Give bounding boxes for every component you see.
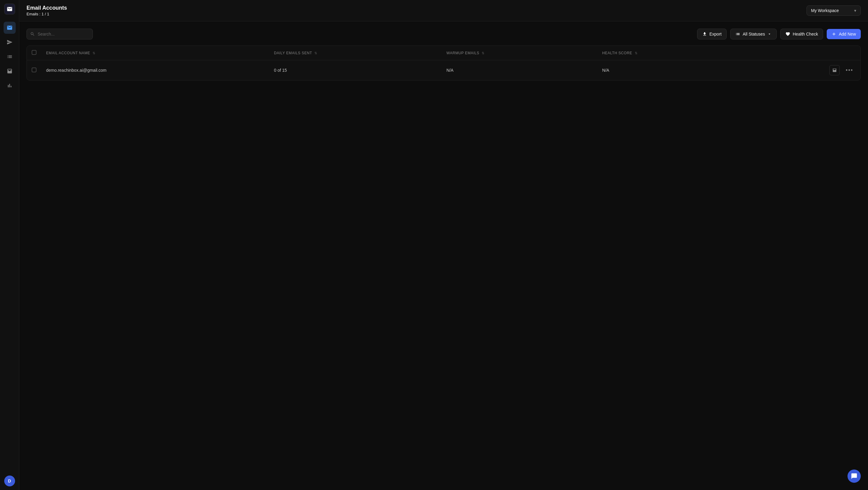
export-icon <box>702 32 707 36</box>
th-select-all <box>27 46 41 60</box>
inbox-action-button[interactable] <box>830 65 840 75</box>
td-warmup: N/A <box>441 60 597 81</box>
sidebar-item-email[interactable] <box>4 22 16 34</box>
subtitle-prefix: Emails : <box>27 12 41 16</box>
sidebar-navigation <box>4 22 16 476</box>
sort-icon-warmup[interactable]: ⇅ <box>482 51 485 55</box>
chat-icon <box>851 473 858 480</box>
sidebar-item-send[interactable] <box>4 36 16 48</box>
td-email-name: demo.reachinbox.ai@gmail.com <box>41 60 269 81</box>
table-body: demo.reachinbox.ai@gmail.com 0 of 15 N/A… <box>27 60 861 81</box>
row-checkbox[interactable] <box>32 67 36 72</box>
add-icon <box>832 32 836 36</box>
more-actions-button[interactable]: ••• <box>843 66 856 75</box>
page-title: Email Accounts <box>27 5 67 11</box>
status-filter-button[interactable]: All Statuses <box>730 29 777 39</box>
toolbar: Export All Statuses Health Check <box>27 29 861 39</box>
sort-icon-email[interactable]: ⇅ <box>93 51 96 55</box>
status-icon <box>735 32 740 36</box>
th-warmup-emails: WARMUP EMAILS ⇅ <box>441 46 597 60</box>
th-health-score: HEALTH SCORE ⇅ <box>597 46 744 60</box>
td-actions: ••• <box>744 60 861 81</box>
chat-bubble-button[interactable] <box>847 469 861 483</box>
health-check-button[interactable]: Health Check <box>780 29 823 39</box>
health-icon <box>785 32 790 36</box>
export-button[interactable]: Export <box>697 29 727 39</box>
col-health-label: HEALTH SCORE <box>602 51 632 55</box>
td-daily-sent: 0 of 15 <box>269 60 441 81</box>
header: Email Accounts Emails : 1 / 1 My Workspa… <box>19 0 868 21</box>
add-new-button[interactable]: Add New <box>827 29 861 39</box>
status-label: All Statuses <box>743 32 765 36</box>
td-checkbox <box>27 60 41 81</box>
th-actions <box>744 46 861 60</box>
select-all-checkbox[interactable] <box>32 50 36 55</box>
main-content: Email Accounts Emails : 1 / 1 My Workspa… <box>19 0 868 490</box>
sidebar-item-analytics[interactable] <box>4 80 16 92</box>
export-label: Export <box>710 32 721 36</box>
sidebar-item-list[interactable] <box>4 51 16 63</box>
email-accounts-table: EMAIL ACCOUNT NAME ⇅ DAILY EMAILS SENT ⇅… <box>27 45 861 81</box>
search-wrapper <box>27 29 93 39</box>
app-logo[interactable] <box>4 4 15 14</box>
table: EMAIL ACCOUNT NAME ⇅ DAILY EMAILS SENT ⇅… <box>27 46 861 80</box>
sidebar-item-inbox[interactable] <box>4 65 16 77</box>
sort-icon-daily[interactable]: ⇅ <box>314 51 317 55</box>
emails-count: 1 / 1 <box>41 12 49 16</box>
col-email-label: EMAIL ACCOUNT NAME <box>46 51 90 55</box>
search-icon <box>30 32 35 36</box>
search-input[interactable] <box>27 29 93 39</box>
add-new-label: Add New <box>839 32 856 36</box>
workspace-selector[interactable]: My Workspace ▾ <box>807 5 861 16</box>
workspace-name: My Workspace <box>811 8 839 13</box>
status-chevron-icon <box>767 32 772 36</box>
avatar[interactable]: D <box>4 476 15 486</box>
col-warmup-label: WARMUP EMAILS <box>446 51 479 55</box>
th-email-account-name: EMAIL ACCOUNT NAME ⇅ <box>41 46 269 60</box>
sidebar: D <box>0 0 19 490</box>
chevron-down-icon: ▾ <box>854 8 856 13</box>
header-left: Email Accounts Emails : 1 / 1 <box>27 5 67 16</box>
table-head: EMAIL ACCOUNT NAME ⇅ DAILY EMAILS SENT ⇅… <box>27 46 861 60</box>
health-check-label: Health Check <box>793 32 818 36</box>
table-row: demo.reachinbox.ai@gmail.com 0 of 15 N/A… <box>27 60 861 81</box>
content-area: Export All Statuses Health Check <box>19 21 868 490</box>
sort-icon-health[interactable]: ⇅ <box>635 51 638 55</box>
th-daily-emails: DAILY EMAILS SENT ⇅ <box>269 46 441 60</box>
page-subtitle: Emails : 1 / 1 <box>27 12 67 16</box>
td-health-score: N/A <box>597 60 744 81</box>
inbox-icon <box>832 68 837 73</box>
col-daily-label: DAILY EMAILS SENT <box>274 51 312 55</box>
